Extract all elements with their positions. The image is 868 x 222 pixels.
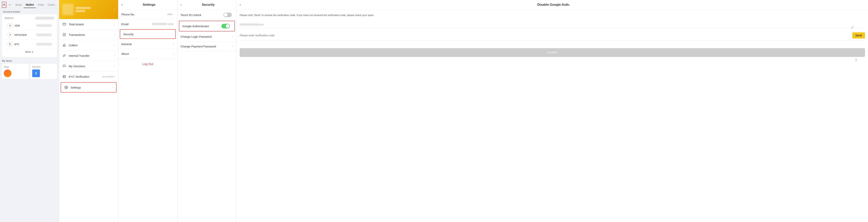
total-assets-chevron-icon: › bbox=[114, 23, 115, 26]
verification-input[interactable] bbox=[240, 34, 852, 37]
security-chevron-icon: › bbox=[171, 32, 172, 36]
npxsxem-value bbox=[36, 34, 52, 36]
tab-scan[interactable]: Scan bbox=[13, 2, 24, 8]
transfer-icon bbox=[62, 53, 66, 58]
touch-id-row: Touch ID Unlock bbox=[178, 9, 236, 21]
my-items-section: My Items DApp Payment $ bbox=[0, 59, 59, 80]
phone-label: Phone No. bbox=[121, 13, 167, 16]
security-panel: ‹ Security Touch ID Unlock Google Authen… bbox=[178, 0, 237, 222]
collect-label: Collect bbox=[69, 44, 114, 47]
profile-banner: › bbox=[59, 0, 118, 19]
tab-wallet[interactable]: Wallet bbox=[24, 2, 36, 8]
security-setting-row[interactable]: Security › bbox=[120, 29, 176, 39]
menu-total-assets[interactable]: Total Assets › bbox=[59, 19, 118, 30]
balance-card: Balance ⊙ XEM ✕ NPXSXEM ₿ BTC More ∨ bbox=[2, 14, 57, 57]
send-button[interactable]: Send bbox=[852, 32, 865, 38]
my-items-label: My Items bbox=[2, 60, 57, 62]
general-label: General bbox=[121, 42, 173, 46]
tab-carnival[interactable]: Carni... bbox=[46, 2, 59, 8]
general-chevron-icon: › bbox=[173, 42, 174, 46]
security-back-button[interactable]: ‹ bbox=[181, 3, 182, 7]
disable-header: ‹ Disable Google Auth. bbox=[237, 0, 868, 9]
change-login-pwd-label: Change Login Password bbox=[181, 35, 232, 38]
about-label: About bbox=[121, 52, 173, 56]
email-chevron-icon: › bbox=[173, 22, 174, 26]
email-display-blur bbox=[240, 24, 259, 26]
total-assets-label: Total Assets bbox=[69, 23, 114, 26]
asset-row-npxsxem: ✕ NPXSXEM bbox=[5, 30, 54, 40]
payment-card[interactable]: Payment $ bbox=[30, 64, 57, 79]
login-pwd-chevron-icon: › bbox=[232, 35, 233, 38]
banner-chevron-icon: › bbox=[114, 7, 115, 12]
menu-settings[interactable]: Settings › bbox=[61, 82, 117, 92]
email-value-blur bbox=[152, 23, 167, 25]
email-display-row: com bbox=[240, 21, 865, 28]
change-payment-pwd-row[interactable]: Change Payment Password › bbox=[178, 41, 236, 51]
menu-internal-transfer[interactable]: Internal Transfer › bbox=[59, 50, 118, 61]
menu-kyc[interactable]: KYC Verification Unverified › bbox=[59, 71, 118, 82]
change-login-pwd-row[interactable]: Change Login Password › bbox=[178, 32, 236, 41]
disable-back-button[interactable]: ‹ bbox=[240, 3, 241, 7]
vouchers-chevron-icon: › bbox=[114, 64, 115, 68]
dapp-card[interactable]: DApp bbox=[2, 64, 29, 79]
general-setting-row[interactable]: General › bbox=[118, 39, 177, 49]
back-button[interactable]: ‹ bbox=[121, 3, 122, 7]
email-label: Email bbox=[121, 23, 152, 26]
kyc-chevron-icon: › bbox=[114, 75, 115, 78]
total-assets-icon bbox=[62, 22, 66, 26]
security-item-label: Security bbox=[123, 33, 171, 36]
google-auth-toggle[interactable] bbox=[221, 24, 230, 28]
disable-body: Please click "Send" to receive the verif… bbox=[237, 9, 868, 61]
change-payment-pwd-label: Change Payment Password bbox=[181, 45, 232, 48]
security-panel-title: Security bbox=[183, 3, 233, 7]
verification-row: Send bbox=[240, 31, 865, 41]
payment-label: Payment bbox=[32, 66, 55, 68]
touch-id-toggle[interactable] bbox=[223, 12, 232, 17]
transactions-icon bbox=[62, 33, 66, 37]
menu-transactions[interactable]: Transactions › bbox=[59, 30, 118, 40]
google-auth-wrapper: Google Authenticator ↓ bbox=[178, 21, 236, 31]
btc-value bbox=[36, 43, 52, 45]
settings-detail-panel: ‹ Settings Phone No. Add › Email com › S… bbox=[118, 0, 178, 222]
settings-label: Settings bbox=[70, 86, 112, 89]
nav-tabs: ← Scan Wallet Chat Carni... 🔔 bbox=[0, 0, 59, 8]
settings-gear-icon bbox=[64, 85, 68, 89]
avatar[interactable] bbox=[2, 2, 6, 8]
avatar-blur bbox=[62, 4, 74, 15]
disable-google-auth-panel: ‹ Disable Google Auth. Please click "Sen… bbox=[237, 0, 868, 222]
settings-menu-wrapper: Settings › ← bbox=[59, 82, 118, 92]
confirm-button[interactable]: Confirm bbox=[240, 48, 865, 57]
npxsxem-icon: ✕ bbox=[7, 32, 12, 38]
btc-icon: ₿ bbox=[7, 41, 12, 47]
menu-my-vouchers[interactable]: My Vouchers › bbox=[59, 61, 118, 71]
phone-chevron-icon: › bbox=[173, 12, 174, 16]
menu-collect[interactable]: Collect › bbox=[59, 40, 118, 50]
security-panel-header: ‹ Security bbox=[178, 0, 236, 9]
about-setting-row[interactable]: About › bbox=[118, 49, 177, 59]
profile-id-blur bbox=[75, 10, 85, 12]
google-auth-row[interactable]: Google Authenticator bbox=[179, 21, 235, 31]
arrow-icon: ← bbox=[8, 2, 12, 7]
touch-id-label: Touch ID Unlock bbox=[181, 13, 223, 16]
kyc-icon bbox=[62, 74, 66, 79]
google-auth-label: Google Authenticator bbox=[182, 25, 221, 28]
npxsxem-label: NPXSXEM bbox=[14, 34, 27, 36]
disable-description: Please click "Send" to receive the verif… bbox=[240, 13, 865, 17]
about-chevron-icon: › bbox=[173, 52, 174, 56]
more-button[interactable]: More ∨ bbox=[5, 49, 54, 55]
settings-detail-title: Settings bbox=[124, 3, 174, 7]
transactions-label: Transactions bbox=[69, 33, 114, 36]
payment-pwd-chevron-icon: › bbox=[232, 44, 233, 48]
email-setting-row: Email com › bbox=[118, 19, 177, 29]
settings-menu-panel: › Total Assets › Transactions › bbox=[59, 0, 118, 222]
svg-point-14 bbox=[66, 87, 67, 88]
confirm-arrow-icon: ↑ bbox=[855, 57, 857, 63]
log-out-button[interactable]: Log Out bbox=[118, 59, 177, 70]
profile-name-blur bbox=[75, 7, 91, 9]
svg-point-0 bbox=[4, 3, 5, 5]
tab-chat[interactable]: Chat bbox=[36, 2, 46, 8]
vouchers-icon bbox=[62, 64, 66, 68]
btc-label: BTC bbox=[14, 43, 20, 46]
email-display-suffix: com bbox=[259, 23, 264, 26]
confirm-wrapper: Confirm ↑ bbox=[240, 44, 865, 57]
